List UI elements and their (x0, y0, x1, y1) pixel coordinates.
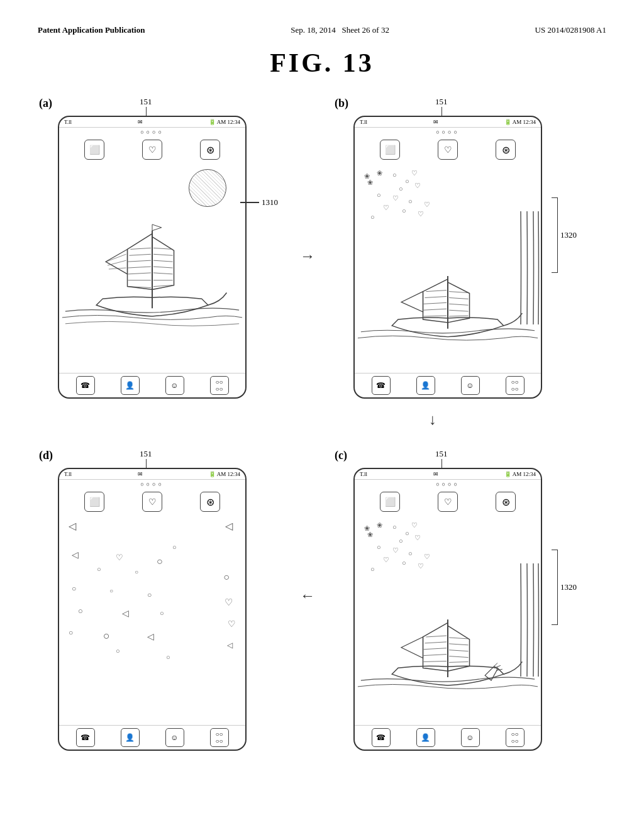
figure-title: FIG. 13 (38, 48, 606, 78)
svg-line-33 (424, 655, 447, 656)
scatter-content-d: ◁ ◁ ○ ◁ ♡ ○ ○ ○ ○ ○ ○ ○ ♡ ○ ◁ (59, 515, 245, 725)
svg-line-32 (424, 648, 447, 650)
svg-line-23 (424, 316, 447, 316)
svg-line-28 (449, 316, 469, 316)
panel-b-label: (b) (335, 97, 348, 110)
svg-line-40 (494, 663, 497, 666)
annotation-1320-c: 1320 (552, 550, 577, 625)
page: Patent Application Publication Sep. 18, … (0, 0, 644, 830)
annotation-1310: 1310 (240, 197, 278, 208)
header-left: Patent Application Publication (38, 25, 145, 35)
svg-line-2 (129, 254, 151, 255)
ship-content-a (59, 163, 245, 373)
svg-line-20 (425, 296, 447, 297)
panel-b: (b) 151 T.ll ✉ 🔋 AM 12:34 ○○○○ ⬜ (335, 97, 580, 411)
app-icons-a: ⬜ ♡ ⊛ (59, 136, 245, 163)
svg-line-27 (449, 310, 469, 311)
phone-a: T.ll ✉ 🔋 AM 12:34 ○○○○ ⬜ ♡ ⊛ (58, 116, 247, 399)
ship-content-b: ❀ ❀ ❀ ○ ○ ♡ ○ ♡ ○ ♡ ○ ♡ ♡ (355, 163, 541, 373)
svg-line-4 (128, 267, 152, 268)
phone-b: T.ll ✉ 🔋 AM 12:34 ○○○○ ⬜ ♡ ⊛ (353, 116, 542, 399)
panel-a: (a) 151 T.ll ✉ 🔋 AM 12:34 ○○○○ ⬜ (39, 97, 284, 411)
svg-line-22 (424, 309, 447, 310)
svg-line-1 (130, 248, 151, 249)
gesture-overlay-a (189, 169, 226, 207)
status-right-a: 🔋 AM 12:34 (209, 119, 240, 125)
panel-c-151: 151 (435, 449, 448, 459)
svg-line-5 (128, 273, 152, 274)
panel-c-label: (c) (335, 449, 347, 462)
status-left-a: T.ll (64, 119, 72, 125)
svg-line-11 (153, 267, 173, 268)
contact-icon-a: 👤 (121, 376, 140, 395)
grid-icon-a: ○○○○ (210, 376, 229, 395)
arrow-b-to-c: ↓ (429, 411, 436, 428)
svg-line-3 (128, 260, 152, 262)
svg-line-19 (426, 290, 447, 291)
svg-line-26 (449, 304, 469, 305)
svg-line-38 (449, 656, 469, 657)
phone-d: T.ll ✉ 🔋 AM 12:34 ○○○○ ⬜ ♡ ⊛ ◁ ◁ (58, 468, 247, 751)
arrow-c-to-d: ← (300, 587, 315, 604)
emoji-icon-a: ☺ (165, 376, 184, 395)
annotation-1320-b: 1320 (552, 197, 577, 273)
svg-line-9 (153, 254, 173, 255)
arrow-a-to-b: → (300, 248, 315, 265)
svg-line-34 (424, 661, 447, 661)
svg-line-39 (449, 661, 469, 662)
svg-line-35 (449, 638, 469, 639)
svg-line-37 (449, 650, 469, 651)
svg-line-12 (153, 273, 173, 274)
header-center: Sep. 18, 2014 Sheet 26 of 32 (291, 25, 389, 35)
svg-line-21 (424, 302, 447, 304)
panel-a-label: (a) (39, 97, 52, 110)
panel-c: (c) 151 T.ll ✉ 🔋 AM 12:34 ○○○○ ⬜ (335, 449, 580, 763)
header-right: US 2014/0281908 A1 (535, 25, 606, 35)
app-icon-1-a: ⬜ (84, 140, 104, 160)
header: Patent Application Publication Sep. 18, … (38, 25, 606, 35)
panel-d-label: (d) (39, 449, 53, 462)
app-icon-2-a: ♡ (142, 140, 162, 160)
svg-line-31 (425, 642, 447, 643)
status-center-a: ✉ (138, 119, 143, 125)
panel-b-151: 151 (435, 97, 448, 107)
dots-a: ○○○○ (59, 128, 245, 136)
svg-line-30 (426, 636, 447, 637)
phone-icon-a: ☎ (76, 376, 95, 395)
panel-d-151: 151 (140, 449, 152, 459)
ship-content-c: ❀ ❀ ❀ ○ ○ ♡ ○ ♡ ○ ♡ ○ ♡ ♡ (355, 515, 541, 725)
svg-line-10 (153, 260, 173, 262)
svg-line-25 (449, 297, 469, 299)
phone-c: T.ll ✉ 🔋 AM 12:34 ○○○○ ⬜ ♡ ⊛ (353, 468, 542, 751)
panel-d: (d) 151 T.ll ✉ 🔋 AM 12:34 ○○○○ ⬜ (39, 449, 284, 763)
bottom-bar-a: ☎ 👤 ☺ ○○○○ (59, 373, 245, 397)
svg-line-36 (449, 644, 469, 645)
app-icon-3-a: ⊛ (200, 140, 220, 160)
svg-line-16 (108, 260, 126, 265)
panel-a-151: 151 (140, 97, 152, 107)
